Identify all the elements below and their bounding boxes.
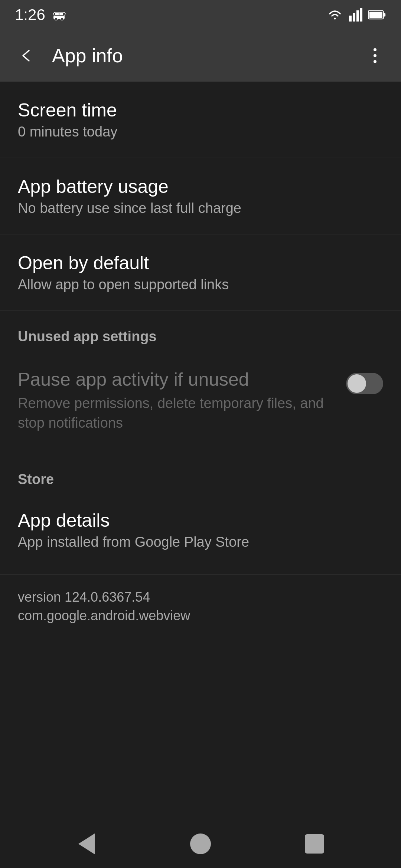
svg-rect-4 bbox=[59, 13, 63, 15]
battery-icon bbox=[368, 9, 386, 20]
dot1 bbox=[374, 48, 376, 51]
content-area: Screen time 0 minutes today App battery … bbox=[0, 82, 401, 638]
open-by-default-item[interactable]: Open by default Allow app to open suppor… bbox=[0, 234, 401, 311]
nav-home-icon bbox=[190, 834, 211, 854]
pause-app-activity-subtitle: Remove permissions, delete temporary fil… bbox=[18, 394, 331, 433]
status-bar: 1:26 bbox=[0, 0, 401, 30]
pause-app-activity-title: Pause app activity if unused bbox=[18, 368, 331, 391]
nav-back-icon bbox=[78, 834, 95, 854]
app-bar: App info bbox=[0, 30, 401, 82]
screen-time-subtitle: 0 minutes today bbox=[18, 124, 383, 140]
nav-recents-icon bbox=[305, 834, 324, 854]
version-footer: version 124.0.6367.54 com.google.android… bbox=[0, 574, 401, 638]
app-details-title: App details bbox=[18, 510, 383, 531]
battery-usage-subtitle: No battery use since last full charge bbox=[18, 200, 383, 216]
svg-point-1 bbox=[55, 18, 57, 20]
version-text: version 124.0.6367.54 bbox=[18, 589, 383, 605]
open-by-default-title: Open by default bbox=[18, 252, 383, 274]
pause-toggle-wrapper bbox=[346, 373, 383, 394]
toggle-thumb bbox=[348, 374, 366, 393]
pause-app-activity-content: Pause app activity if unused Remove perm… bbox=[18, 368, 331, 433]
svg-rect-7 bbox=[356, 10, 359, 22]
nav-recents-button[interactable] bbox=[300, 829, 329, 859]
svg-rect-6 bbox=[353, 13, 355, 22]
open-by-default-subtitle: Allow app to open supported links bbox=[18, 277, 383, 293]
status-time: 1:26 bbox=[15, 6, 45, 24]
more-options-button[interactable] bbox=[364, 45, 386, 67]
battery-usage-item[interactable]: App battery usage No battery use since l… bbox=[0, 158, 401, 234]
car-icon bbox=[51, 9, 68, 20]
signal-icon bbox=[349, 8, 362, 22]
screen-time-item[interactable]: Screen time 0 minutes today bbox=[0, 82, 401, 158]
app-details-subtitle: App installed from Google Play Store bbox=[18, 534, 383, 550]
unused-app-settings-label: Unused app settings bbox=[18, 329, 157, 344]
nav-back-button[interactable] bbox=[72, 829, 101, 859]
app-details-item[interactable]: App details App installed from Google Pl… bbox=[0, 492, 401, 568]
unused-app-settings-label-container: Unused app settings bbox=[0, 311, 401, 351]
svg-rect-11 bbox=[369, 12, 382, 18]
pause-app-activity-item[interactable]: Pause app activity if unused Remove perm… bbox=[0, 351, 401, 451]
svg-rect-10 bbox=[384, 13, 386, 16]
status-bar-right bbox=[327, 8, 386, 22]
battery-usage-title: App battery usage bbox=[18, 176, 383, 197]
back-button[interactable] bbox=[15, 45, 37, 67]
dot2 bbox=[374, 54, 376, 57]
svg-rect-8 bbox=[360, 8, 362, 22]
page-title: App info bbox=[52, 45, 349, 67]
store-label-container: Store bbox=[0, 451, 401, 492]
pause-toggle[interactable] bbox=[346, 373, 383, 394]
screen-time-title: Screen time bbox=[18, 99, 383, 121]
svg-rect-5 bbox=[349, 16, 352, 22]
svg-rect-3 bbox=[55, 13, 59, 15]
status-bar-left: 1:26 bbox=[15, 6, 68, 24]
dot3 bbox=[374, 60, 376, 63]
store-label: Store bbox=[18, 471, 54, 487]
nav-bar bbox=[0, 820, 401, 868]
package-text: com.google.android.webview bbox=[18, 608, 383, 624]
svg-point-2 bbox=[61, 18, 63, 20]
wifi-icon bbox=[327, 8, 343, 22]
nav-home-button[interactable] bbox=[186, 829, 215, 859]
